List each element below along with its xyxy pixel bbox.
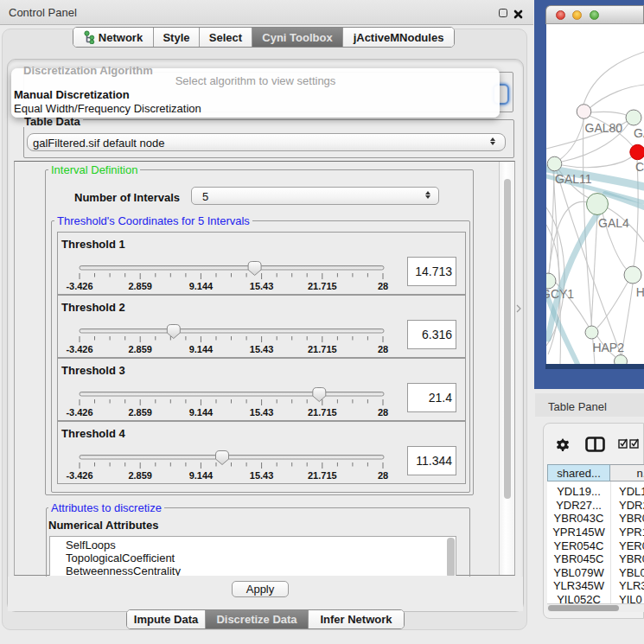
svg-text:-3.426: -3.426 xyxy=(66,344,92,354)
svg-text:28: 28 xyxy=(378,281,388,291)
svg-text:28: 28 xyxy=(378,470,388,481)
svg-text:9.144: 9.144 xyxy=(189,407,214,418)
svg-text:HAP2: HAP2 xyxy=(592,341,624,354)
svg-text:21.715: 21.715 xyxy=(308,407,337,418)
svg-text:H: H xyxy=(636,285,644,299)
svg-text:-3.426: -3.426 xyxy=(66,281,92,291)
svg-text:GAL80: GAL80 xyxy=(585,121,623,135)
svg-text:GA: GA xyxy=(634,126,644,140)
svg-text:GCY1: GCY1 xyxy=(546,287,574,301)
svg-text:2.859: 2.859 xyxy=(128,281,152,291)
svg-text:28: 28 xyxy=(378,407,388,418)
svg-text:21.715: 21.715 xyxy=(308,344,337,354)
svg-text:21.715: 21.715 xyxy=(308,281,337,291)
svg-text:15.43: 15.43 xyxy=(250,470,274,481)
svg-text:-3.426: -3.426 xyxy=(66,407,92,418)
svg-text:2.859: 2.859 xyxy=(128,470,152,481)
svg-text:9.144: 9.144 xyxy=(189,344,214,354)
svg-text:9.144: 9.144 xyxy=(189,281,214,291)
svg-text:GAL11: GAL11 xyxy=(555,172,592,186)
svg-text:15.43: 15.43 xyxy=(250,407,274,418)
svg-text:15.43: 15.43 xyxy=(250,344,274,354)
svg-text:C: C xyxy=(635,160,644,174)
svg-text:2.859: 2.859 xyxy=(128,344,152,354)
svg-text:15.43: 15.43 xyxy=(250,281,274,291)
svg-text:9.144: 9.144 xyxy=(189,470,214,481)
svg-text:28: 28 xyxy=(378,344,388,354)
svg-text:-3.426: -3.426 xyxy=(66,470,92,481)
svg-text:2.859: 2.859 xyxy=(128,407,152,418)
svg-text:GAL4: GAL4 xyxy=(598,216,629,230)
svg-text:21.715: 21.715 xyxy=(308,470,337,481)
